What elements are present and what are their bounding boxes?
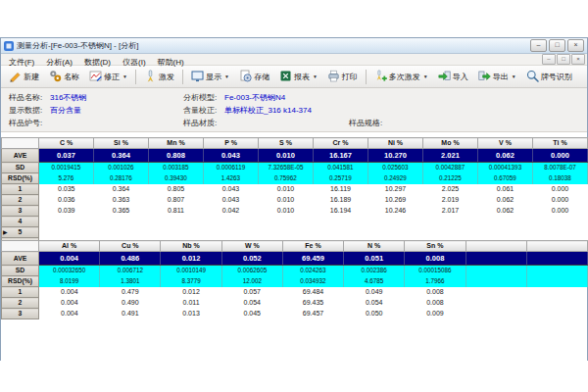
stat-cell[interactable]: 8.3779: [161, 276, 221, 287]
column-header-cell[interactable]: P %: [204, 138, 259, 149]
data-cell[interactable]: 16.189: [314, 195, 368, 206]
ave-cell[interactable]: 0.364: [94, 149, 149, 163]
stat-cell[interactable]: 0.041581: [314, 163, 368, 173]
data-cell[interactable]: 0.061: [478, 184, 533, 195]
restore-button[interactable]: □: [549, 39, 565, 52]
data-cell[interactable]: 0.491: [100, 309, 161, 319]
data-cell[interactable]: 2.025: [423, 184, 478, 195]
data-cell[interactable]: 10.246: [368, 206, 423, 217]
ave-cell[interactable]: 10.270: [368, 149, 423, 163]
mdi-minimize-button[interactable]: –: [542, 54, 556, 65]
data-cell[interactable]: [466, 298, 526, 309]
stat-cell[interactable]: [466, 276, 526, 287]
data-cell[interactable]: 0.054: [221, 298, 282, 309]
toolbar-button[interactable]: 名称: [45, 67, 83, 86]
row-header-cell[interactable]: AVE: [2, 252, 39, 266]
toolbar-button[interactable]: 存储: [235, 67, 273, 86]
stat-cell[interactable]: 5.276: [39, 173, 94, 184]
data-cell[interactable]: 0.012: [161, 287, 221, 298]
data-cell[interactable]: 2.019: [423, 195, 478, 206]
data-cell[interactable]: 69.484: [282, 287, 343, 298]
row-header-cell[interactable]: SD: [2, 163, 39, 173]
data-cell[interactable]: 0.004: [39, 287, 100, 298]
data-cell[interactable]: 0.042: [204, 206, 259, 217]
column-header-cell[interactable]: Mn %: [149, 138, 204, 149]
column-header-cell[interactable]: V %: [478, 138, 533, 149]
stat-cell[interactable]: 0.0010149: [161, 266, 221, 276]
ave-cell[interactable]: 0.004: [39, 252, 100, 266]
toolbar-button[interactable]: 导入: [434, 67, 472, 86]
column-header-cell[interactable]: Ti %: [533, 138, 588, 149]
data-cell[interactable]: 0.000: [533, 206, 588, 217]
stat-cell[interactable]: 0.75962: [259, 173, 314, 184]
data-cell[interactable]: 0.043: [204, 195, 259, 206]
ave-cell[interactable]: 2.021: [423, 149, 478, 163]
data-cell[interactable]: 0.011: [161, 298, 221, 309]
data-cell[interactable]: 0.050: [344, 309, 405, 319]
ave-cell[interactable]: 0.010: [259, 149, 314, 163]
stat-cell[interactable]: [526, 276, 587, 287]
toolbar-button[interactable]: 牌号识别: [522, 67, 576, 86]
stat-cell[interactable]: 0.25719: [314, 173, 368, 184]
data-cell[interactable]: [526, 287, 587, 298]
data-cell[interactable]: 10.297: [368, 184, 423, 195]
data-cell[interactable]: 0.363: [94, 195, 149, 206]
column-header-cell[interactable]: C %: [39, 138, 94, 149]
data-cell[interactable]: 0.013: [161, 309, 221, 319]
ave-cell[interactable]: 0.000: [533, 149, 588, 163]
menu-item[interactable]: 数据(D): [78, 58, 117, 67]
toolbar-button[interactable]: 修正▼: [85, 67, 131, 86]
close-button[interactable]: ×: [567, 39, 584, 52]
data-cell[interactable]: [526, 309, 587, 319]
data-cell[interactable]: 0.000: [533, 184, 588, 195]
row-header-cell[interactable]: ▶5: [2, 227, 39, 238]
data-cell[interactable]: 0.045: [221, 309, 282, 319]
stat-cell[interactable]: 0.0042887: [423, 163, 478, 173]
stat-cell[interactable]: 1.3801: [100, 276, 161, 287]
column-header-cell[interactable]: Cr %: [314, 138, 368, 149]
column-header-cell[interactable]: [466, 241, 526, 252]
row-header-cell[interactable]: 3: [2, 309, 39, 319]
column-header-cell[interactable]: Sn %: [405, 241, 466, 252]
stat-cell[interactable]: 0.002386: [344, 266, 405, 276]
data-cell[interactable]: 0.010: [259, 184, 314, 195]
toolbar-button[interactable]: 多次激发▼: [370, 67, 432, 86]
column-header-cell[interactable]: Al %: [39, 241, 100, 252]
mdi-close-button[interactable]: ×: [571, 54, 585, 65]
row-header-cell[interactable]: 1: [2, 287, 39, 298]
stat-cell[interactable]: 12.002: [221, 276, 282, 287]
data-cell[interactable]: 0.807: [149, 195, 204, 206]
column-header-cell[interactable]: W %: [221, 241, 282, 252]
stat-cell[interactable]: 1.4263: [204, 173, 259, 184]
data-cell[interactable]: 0.010: [259, 195, 314, 206]
data-cell[interactable]: [526, 298, 587, 309]
ave-cell[interactable]: 0.012: [161, 252, 221, 266]
column-header-cell[interactable]: Fe %: [282, 241, 343, 252]
data-cell[interactable]: 0.062: [478, 206, 533, 217]
stat-cell[interactable]: 0.001026: [94, 163, 149, 173]
ave-cell[interactable]: [526, 252, 587, 266]
mdi-restore-button[interactable]: □: [557, 54, 570, 65]
column-header-cell[interactable]: [526, 241, 587, 252]
stat-cell[interactable]: 0.025603: [368, 163, 423, 173]
column-header-cell[interactable]: N %: [344, 241, 405, 252]
stat-cell[interactable]: 0.39430: [149, 173, 204, 184]
column-header-cell[interactable]: Si %: [94, 138, 149, 149]
stat-cell[interactable]: 0.0019415: [39, 163, 94, 173]
row-header-cell[interactable]: 2: [2, 298, 39, 309]
menu-item[interactable]: 分析(A): [40, 58, 78, 67]
data-cell[interactable]: [466, 287, 526, 298]
toolbar-button[interactable]: 报表▼: [275, 67, 321, 86]
toolbar-button[interactable]: 打印: [323, 67, 362, 86]
stat-cell[interactable]: 7.32658E-05: [259, 163, 314, 173]
toolbar-button[interactable]: 导出▼: [474, 67, 520, 86]
data-cell[interactable]: 0.010: [259, 206, 314, 217]
row-header-cell[interactable]: 1: [2, 184, 39, 195]
data-cell[interactable]: 0.043: [204, 184, 259, 195]
stat-cell[interactable]: 8.0078E-07: [533, 163, 588, 173]
toolbar-button[interactable]: 显示▼: [187, 67, 233, 86]
ave-cell[interactable]: [466, 252, 526, 266]
minimize-button[interactable]: –: [530, 39, 547, 52]
data-cell[interactable]: 0.000: [533, 195, 588, 206]
stat-cell[interactable]: 0.00032650: [39, 266, 100, 276]
